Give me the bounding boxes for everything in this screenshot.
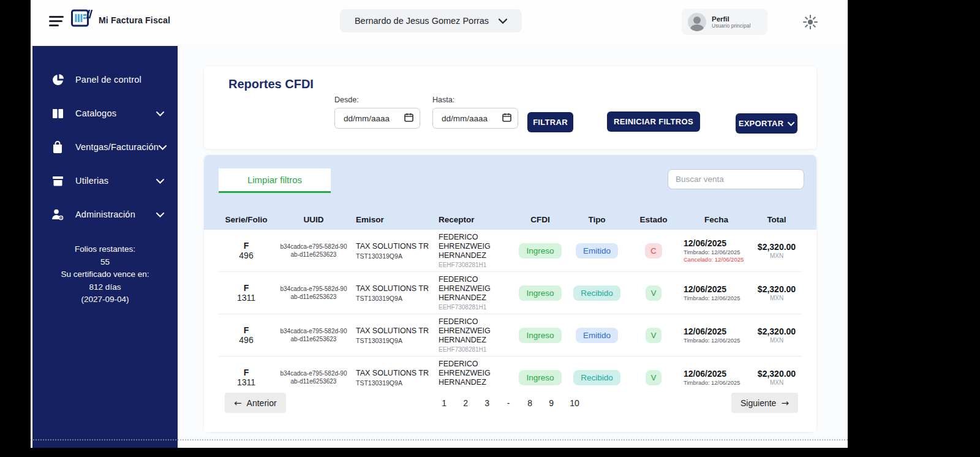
estado-badge: V xyxy=(646,328,662,343)
total-value: $2,320.00 xyxy=(758,327,796,336)
emisor-rfc: TST130319Q9A xyxy=(356,379,402,387)
total-value: $2,320.00 xyxy=(758,284,796,294)
arrow-right-icon: → xyxy=(781,398,789,409)
tipo-badge: Recibido xyxy=(573,370,620,385)
page-number[interactable]: 2 xyxy=(462,398,469,408)
shopping-bag-icon xyxy=(51,140,64,154)
folio-value: 496 xyxy=(239,335,253,345)
receptor-rfc: EEHF7308281H1 xyxy=(439,304,486,311)
fecha-value: 12/06/2025 xyxy=(684,238,726,248)
page-title: Reportes CFDI xyxy=(228,77,314,91)
tipo-badge: Emitido xyxy=(576,328,618,343)
certificate-label: Su certificado vence en: xyxy=(40,268,170,281)
profile-card[interactable]: Perfil Usuario principal xyxy=(682,9,767,35)
sidebar-item-administracion[interactable]: Administración xyxy=(32,202,178,227)
page-numbers: 1 2 3 - 8 9 10 xyxy=(204,393,816,413)
reiniciar-filtros-button[interactable]: REINICIAR FILTROS xyxy=(607,111,700,132)
cfdi-badge: Ingreso xyxy=(519,243,561,259)
avatar xyxy=(688,13,706,31)
table-header-row: Serie/Folio UUID Emisor Receptor CFDI Ti… xyxy=(219,209,802,230)
receptor-name: FEDERICO EHRENZWEIG HERNANDEZ xyxy=(439,275,513,303)
folios-label: Folios restantes: xyxy=(40,243,170,256)
table-row[interactable]: F 1311 b34cadca-e795-582d-90ab-d11e62536… xyxy=(219,272,802,314)
receptor-rfc: EEHF7308281H1 xyxy=(439,262,486,268)
main-content: Reportes CFDI Desde: dd/mm/aaaa Hasta: d… xyxy=(178,44,848,448)
estado-badge: V xyxy=(646,285,662,301)
column-header-receptor: Receptor xyxy=(436,215,513,224)
emisor-name: TAX SOLUTIONS TR xyxy=(356,369,429,378)
uuid-value: b34cadca-e795-582d-90ab-d11e6253623 xyxy=(274,369,353,385)
chevron-down-icon xyxy=(159,142,167,153)
tipo-badge: Recibido xyxy=(573,285,620,301)
emisor-rfc: TST130319Q9A xyxy=(356,252,402,260)
cancelado-value: Cancelado: 12/06/2025 xyxy=(684,256,744,263)
filtrar-button[interactable]: FILTRAR xyxy=(527,112,573,132)
certificate-days: 812 días xyxy=(40,281,170,294)
desde-date-input[interactable]: dd/mm/aaaa xyxy=(334,108,420,129)
user-gear-icon xyxy=(51,208,64,221)
hamburger-menu-icon[interactable] xyxy=(49,16,64,29)
column-header-estado: Estado xyxy=(626,215,681,224)
sidebar-footer: Folios restantes: 55 Su certificado venc… xyxy=(32,243,178,306)
limpiar-filtros-tab[interactable]: Limpiar filtros xyxy=(219,168,331,193)
table-card: Limpiar filtros Serie/Folio UUID Emisor … xyxy=(204,155,816,432)
search-input[interactable] xyxy=(668,169,804,189)
page-number[interactable]: 8 xyxy=(527,398,533,408)
column-header-cfdi: CFDI xyxy=(513,215,568,224)
chevron-down-icon xyxy=(788,119,794,128)
currency-value: MXN xyxy=(770,295,783,301)
sidebar-item-utilerias[interactable]: Utilerias xyxy=(32,168,178,194)
fecha-value: 12/06/2025 xyxy=(684,284,726,294)
sidebar: Panel de control Catalogos xyxy=(32,46,178,448)
desde-label: Desde: xyxy=(334,96,420,104)
chevron-down-icon xyxy=(156,175,164,186)
limpiar-filtros-label: Limpiar filtros xyxy=(247,175,302,185)
exportar-label: EXPORTAR xyxy=(739,119,784,128)
folio-value: 496 xyxy=(239,251,253,260)
table-row[interactable]: F 496 b34cadca-e795-582d-90ab-d11e625362… xyxy=(219,230,802,272)
sidebar-item-label: Ventgas/Facturación xyxy=(75,142,159,152)
column-header-tipo: Tipo xyxy=(568,215,626,224)
sidebar-item-label: Panel de control xyxy=(75,75,164,85)
page-number[interactable]: 1 xyxy=(441,398,447,408)
serie-value: F xyxy=(244,283,249,293)
filters-card: Reportes CFDI Desde: dd/mm/aaaa Hasta: d… xyxy=(204,66,816,149)
bottom-dotted-divider xyxy=(31,439,848,440)
pie-chart-icon xyxy=(51,73,64,86)
calendar-icon xyxy=(404,113,413,124)
estado-badge: V xyxy=(646,370,662,385)
chevron-down-icon xyxy=(156,108,164,119)
uuid-value: b34cadca-e795-582d-90ab-d11e6253623 xyxy=(274,285,353,301)
serie-value: F xyxy=(244,368,249,377)
cfdi-badge: Ingreso xyxy=(519,328,561,343)
total-value: $2,320.00 xyxy=(758,369,796,379)
sidebar-item-label: Catalogos xyxy=(75,108,156,118)
app-window: Mi Factura Fiscal Bernardo de Jesus Gome… xyxy=(31,0,848,448)
table-row[interactable]: F 496 b34cadca-e795-582d-90ab-d11e625362… xyxy=(219,314,802,357)
folio-value: 1311 xyxy=(237,293,255,303)
archive-box-icon xyxy=(51,174,64,187)
hasta-date-input[interactable]: dd/mm/aaaa xyxy=(432,108,518,129)
page-number[interactable]: - xyxy=(505,398,511,408)
page-number[interactable]: 10 xyxy=(570,398,579,408)
fecha-value: 12/06/2025 xyxy=(684,327,726,336)
hasta-label: Hasta: xyxy=(432,96,518,104)
book-columns-icon xyxy=(51,107,64,120)
currency-value: MXN xyxy=(770,252,783,259)
sidebar-item-panel-de-control[interactable]: Panel de control xyxy=(32,67,178,93)
total-value: $2,320.00 xyxy=(758,242,796,252)
account-selector-value: Bernardo de Jesus Gomez Porras xyxy=(355,16,489,26)
siguiente-button[interactable]: Siguiente → xyxy=(731,393,798,413)
timbrado-value: Timbrado: 12/06/2025 xyxy=(684,295,741,301)
sidebar-item-ventas-facturacion[interactable]: Ventgas/Facturación xyxy=(32,134,178,160)
timbrado-value: Timbrado: 12/06/2025 xyxy=(684,337,741,344)
column-header-serie-folio: Serie/Folio xyxy=(219,215,274,224)
page-number[interactable]: 9 xyxy=(548,398,554,408)
currency-value: MXN xyxy=(770,337,783,344)
sidebar-item-label: Utilerias xyxy=(75,176,156,186)
account-selector[interactable]: Bernardo de Jesus Gomez Porras xyxy=(340,9,522,32)
exportar-button[interactable]: EXPORTAR xyxy=(736,113,797,134)
theme-toggle-sun-icon[interactable] xyxy=(802,14,818,30)
sidebar-item-catalogos[interactable]: Catalogos xyxy=(32,100,178,126)
page-number[interactable]: 3 xyxy=(484,398,490,408)
